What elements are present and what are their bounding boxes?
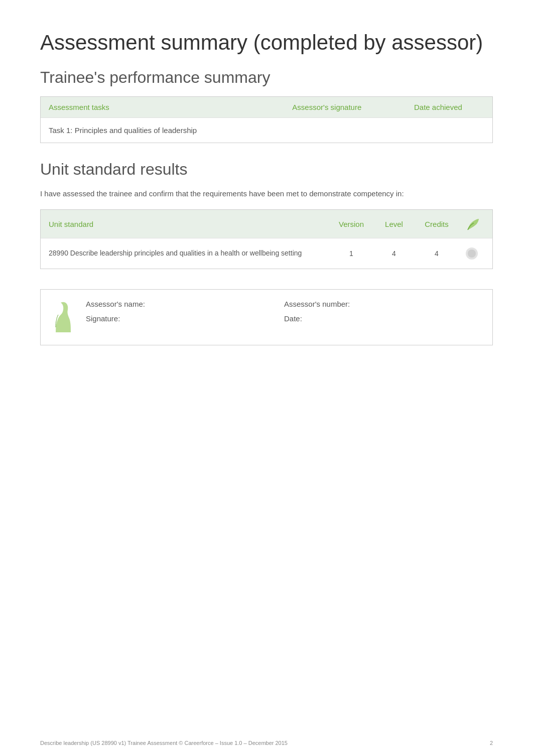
section2-title: Unit standard results [40,159,493,180]
row-status-icon [465,246,479,261]
assessor-date-label: Date: [284,314,482,323]
assessor-number-label: Assessor's number: [284,300,482,308]
us-table-header: Unit standard Version Level Credits [41,210,492,238]
assessor-icon [51,300,76,335]
task-cell: Task 1: Principles and qualities of lead… [49,126,292,135]
col-header-date: Date achieved [414,103,484,111]
us-credits-cell: 4 [414,249,459,258]
header-icon-cell [459,216,484,232]
main-title: Assessment summary (completed by assesso… [40,30,493,55]
assessor-left-fields: Assessor's name: Signature: [86,300,284,329]
section2-description: I have assessed the trainee and confirm … [40,188,493,200]
footer-page-number: 2 [490,740,493,746]
us-col-header-standard: Unit standard [49,220,329,228]
assessor-name-label: Assessor's name: [86,300,284,308]
us-level-cell: 4 [374,249,414,258]
assessor-signature-label: Signature: [86,314,284,323]
footer-left-text: Describe leadership (US 28990 v1) Traine… [40,740,288,746]
performance-table-header: Assessment tasks Assessor's signature Da… [41,97,492,117]
performance-table: Assessment tasks Assessor's signature Da… [40,96,493,143]
assessor-section: Assessor's name: Signature: Assessor's n… [40,289,493,345]
us-row-icon-cell [459,246,484,261]
col-header-signature: Assessor's signature [292,103,414,111]
us-standard-cell: 28990 Describe leadership principles and… [49,248,329,259]
leaf-icon [464,216,480,232]
section1-title: Trainee's performance summary [40,67,493,88]
us-table-row: 28990 Describe leadership principles and… [41,238,492,269]
svg-point-1 [468,249,476,258]
unit-standard-table: Unit standard Version Level Credits 2899… [40,209,493,269]
us-col-header-credits: Credits [414,220,459,228]
us-col-header-level: Level [374,220,414,228]
col-header-task: Assessment tasks [49,103,292,111]
page-footer: Describe leadership (US 28990 v1) Traine… [0,740,533,746]
us-col-header-version: Version [329,220,374,228]
assessor-right-fields: Assessor's number: Date: [284,300,482,329]
table-row: Task 1: Principles and qualities of lead… [41,117,492,143]
us-version-cell: 1 [329,249,374,258]
